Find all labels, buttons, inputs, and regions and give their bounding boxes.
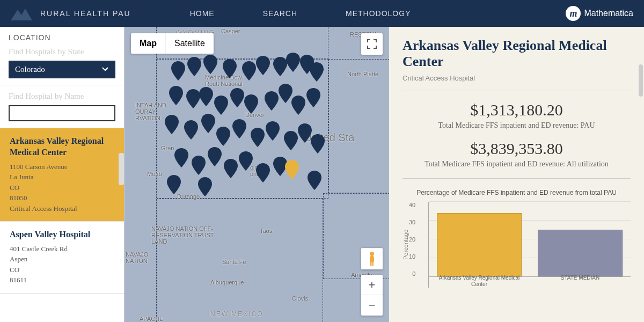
map-pin[interactable] bbox=[242, 61, 256, 80]
state-select[interactable]: Colorado bbox=[9, 61, 115, 78]
map-type-satellite[interactable]: Satellite bbox=[166, 33, 214, 54]
hospital-name: Arkansas Valley Regional Medical Center bbox=[10, 136, 114, 158]
map-type-map[interactable]: Map bbox=[131, 33, 166, 54]
svg-marker-0 bbox=[11, 9, 32, 20]
zoom-out-button[interactable]: − bbox=[361, 295, 383, 316]
map-pin[interactable] bbox=[256, 56, 270, 75]
sidebar-title: LOCATION bbox=[9, 33, 115, 42]
stat-pau-value: $1,313,180.20 bbox=[402, 101, 631, 119]
map-pin[interactable] bbox=[265, 91, 279, 111]
map-pin[interactable] bbox=[186, 89, 200, 108]
hospital-type: Critical Access Hospital bbox=[10, 203, 114, 214]
svg-point-1 bbox=[370, 252, 374, 256]
map-pin[interactable] bbox=[223, 59, 237, 78]
fullscreen-icon bbox=[367, 39, 377, 49]
map-pin[interactable] bbox=[167, 175, 181, 194]
map[interactable]: WYOMING Casper Medicine Bow-Routt Nation… bbox=[125, 27, 389, 322]
map-pin[interactable] bbox=[208, 147, 222, 166]
hospital-state: CO bbox=[10, 265, 114, 275]
map-pin[interactable] bbox=[171, 61, 185, 80]
map-pin[interactable] bbox=[311, 134, 325, 153]
map-pin[interactable] bbox=[279, 84, 292, 103]
map-pin[interactable] bbox=[169, 86, 183, 105]
pegman-icon bbox=[367, 251, 377, 266]
map-pin[interactable] bbox=[298, 123, 312, 143]
main-nav: HOME SEARCH METHODOLOGY bbox=[190, 9, 411, 18]
map-pin[interactable] bbox=[224, 159, 238, 178]
y-axis-ticks: 403020100 bbox=[409, 202, 418, 288]
map-pin[interactable] bbox=[230, 88, 244, 107]
map-pin[interactable] bbox=[256, 163, 270, 182]
hospital-state: CO bbox=[10, 182, 114, 193]
map-pin[interactable] bbox=[291, 96, 305, 115]
hospital-name: Aspen Valley Hospital bbox=[10, 229, 114, 240]
streetview-button[interactable] bbox=[361, 248, 383, 269]
stat-all-label: Total Medicare FFS inpatient and ED reve… bbox=[402, 160, 631, 169]
map-pin[interactable] bbox=[214, 96, 228, 115]
map-pin[interactable] bbox=[184, 120, 198, 140]
brand-title: RURAL HEALTH PAU bbox=[40, 9, 131, 18]
hospital-addr: 401 Castle Creek Rd bbox=[10, 244, 114, 254]
map-pin[interactable] bbox=[251, 128, 265, 147]
nav-methodology[interactable]: METHODOLOGY bbox=[346, 9, 411, 18]
x-axis-labels: Arkansas Valley Regional Medical CenterS… bbox=[429, 275, 631, 288]
state-label: Find Hospitals by State bbox=[9, 47, 115, 56]
chart-title: Percentage of Medicare FFS inpatient and… bbox=[402, 188, 631, 197]
chart: Percentage of Medicare FFS inpatient and… bbox=[402, 188, 631, 288]
sidebar: LOCATION Find Hospitals by State Colorad… bbox=[0, 27, 125, 322]
stat-pau-label: Total Medicare FFS inpatient and ED reve… bbox=[402, 121, 631, 130]
hospital-list: Arkansas Valley Regional Medical Center … bbox=[0, 128, 124, 294]
map-pin[interactable] bbox=[216, 127, 230, 146]
svg-rect-4 bbox=[372, 262, 374, 266]
company-logo[interactable]: m Mathematica bbox=[566, 6, 633, 21]
map-pin[interactable] bbox=[273, 57, 287, 76]
map-pin[interactable] bbox=[266, 121, 280, 141]
svg-rect-2 bbox=[370, 256, 374, 262]
map-pin[interactable] bbox=[187, 57, 201, 76]
map-pin[interactable] bbox=[198, 177, 212, 196]
detail-scrollbar[interactable] bbox=[639, 64, 643, 97]
mountain-logo-icon bbox=[11, 7, 32, 20]
header: RURAL HEALTH PAU HOME SEARCH METHODOLOGY… bbox=[0, 0, 644, 27]
fullscreen-button[interactable] bbox=[361, 33, 383, 55]
detail-title: Arkansas Valley Regional Medical Center bbox=[402, 38, 631, 70]
sidebar-scrollbar[interactable] bbox=[119, 153, 124, 185]
hospital-item[interactable]: Aspen Valley Hospital 401 Castle Creek R… bbox=[0, 222, 124, 294]
map-pin[interactable] bbox=[286, 53, 300, 72]
company-mark-icon: m bbox=[566, 6, 581, 21]
map-pin[interactable] bbox=[308, 171, 321, 190]
hospital-item[interactable]: Arkansas Valley Regional Medical Center … bbox=[0, 128, 124, 222]
map-pin[interactable] bbox=[174, 148, 188, 167]
map-pin[interactable] bbox=[284, 131, 298, 150]
stat-all-value: $3,839,353.80 bbox=[402, 140, 631, 158]
map-pin-selected[interactable] bbox=[285, 160, 299, 179]
hospital-name-input[interactable] bbox=[9, 105, 115, 121]
svg-rect-3 bbox=[370, 262, 372, 266]
map-pin[interactable] bbox=[232, 119, 246, 138]
hospital-zip: 81050 bbox=[10, 193, 114, 203]
zoom-controls: + − bbox=[361, 275, 383, 316]
map-pin[interactable] bbox=[239, 151, 253, 171]
nav-search[interactable]: SEARCH bbox=[263, 9, 297, 18]
map-pin[interactable] bbox=[192, 156, 206, 175]
map-pin[interactable] bbox=[201, 114, 215, 133]
hospital-city: La Junta bbox=[10, 172, 114, 182]
divider bbox=[402, 91, 631, 91]
chart-bar bbox=[437, 213, 522, 276]
zoom-in-button[interactable]: + bbox=[361, 275, 383, 295]
map-pin[interactable] bbox=[310, 62, 324, 82]
map-type-toggle: Map Satellite bbox=[131, 33, 214, 54]
map-pin[interactable] bbox=[244, 94, 258, 114]
hospital-city: Aspen bbox=[10, 254, 114, 265]
chevron-down-icon bbox=[101, 65, 109, 74]
hospital-zip: 81611 bbox=[10, 275, 114, 286]
map-pin[interactable] bbox=[199, 87, 213, 106]
nav-home[interactable]: HOME bbox=[190, 9, 215, 18]
state-value: Colorado bbox=[15, 65, 45, 74]
plot-area: Arkansas Valley Regional Medical CenterS… bbox=[428, 202, 631, 288]
map-pin[interactable] bbox=[203, 55, 217, 74]
chart-bar bbox=[538, 230, 623, 276]
map-pin[interactable] bbox=[165, 115, 179, 134]
map-pin[interactable] bbox=[306, 88, 320, 107]
detail-subtype: Critical Access Hospital bbox=[402, 74, 631, 82]
